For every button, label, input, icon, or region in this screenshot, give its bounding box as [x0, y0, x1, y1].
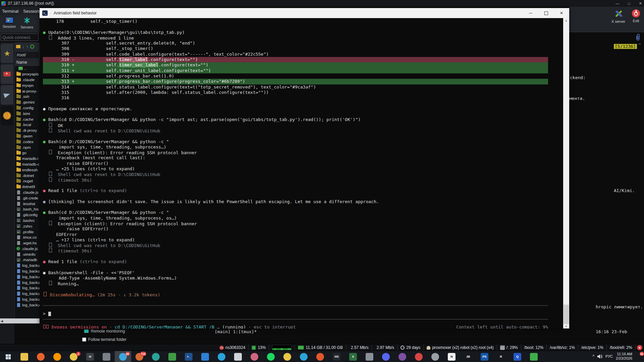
taskbar-autohotkey[interactable]: H — [82, 351, 98, 362]
file-item[interactable]: .cache — [15, 116, 40, 122]
taskbar-anydesk[interactable] — [526, 351, 542, 362]
file-item[interactable]: .local — [15, 122, 40, 128]
file-item[interactable]: .npm — [15, 144, 40, 150]
taskbar-vscode[interactable] — [197, 351, 213, 362]
terminal-scrollbar[interactable]: ∧ ∨ — [563, 18, 569, 328]
mobaxterm-close-button[interactable]: ✕ — [639, 1, 642, 6]
taskbar-file-explorer[interactable] — [16, 351, 33, 362]
taskbar-xshell[interactable]: X — [345, 351, 361, 362]
file-item[interactable]: .. — [15, 66, 40, 71]
file-item[interactable]: log_backu — [15, 291, 40, 297]
tray-chevron-icon[interactable]: ^ — [592, 354, 594, 359]
taskbar-browser-profile[interactable]: 715 — [131, 351, 148, 362]
file-item[interactable]: .gitconfig — [15, 212, 40, 218]
file-item[interactable]: .ssh — [15, 94, 40, 100]
upload-icon[interactable]: ↑ — [26, 44, 29, 49]
file-item[interactable]: .nuget — [15, 178, 40, 184]
taskbar-spotify[interactable] — [263, 351, 279, 362]
file-item[interactable]: .kimi — [15, 111, 40, 116]
notification-icon[interactable]: 32 — [635, 353, 643, 360]
file-item[interactable]: endlessh — [15, 167, 40, 173]
file-item[interactable]: .bash_his — [15, 206, 40, 212]
exit-button[interactable]: Exit — [632, 9, 640, 32]
file-item[interactable]: .qwen — [15, 133, 40, 139]
taskbar-gray-app[interactable] — [98, 351, 115, 362]
file-item[interactable]: .claude.js — [15, 190, 40, 195]
servers-button[interactable]: Servers — [20, 17, 33, 33]
file-item[interactable]: log_backu — [15, 302, 40, 308]
session-button[interactable]: Session — [3, 17, 16, 33]
x-server-button[interactable]: X server — [611, 9, 625, 32]
file-item[interactable]: log_backu — [15, 280, 40, 285]
taskbar-purple-app[interactable] — [394, 351, 411, 362]
file-item[interactable]: .zshrc — [15, 223, 40, 229]
taskbar-pinwheel-app[interactable] — [427, 351, 443, 362]
taskbar-opera[interactable] — [411, 351, 427, 362]
taskbar-chrome[interactable] — [279, 351, 296, 362]
file-item[interactable]: log_backu — [15, 274, 40, 280]
scrollbar-thumb[interactable] — [564, 305, 569, 324]
file-item[interactable]: .git-crede — [15, 195, 40, 201]
file-item[interactable]: proxyapis — [15, 71, 40, 77]
file-item[interactable]: .config — [15, 105, 40, 111]
window-close-button[interactable]: ✕ — [554, 8, 569, 18]
file-item[interactable]: .bashrc — [15, 218, 40, 224]
taskbar-media-app[interactable] — [246, 351, 263, 362]
scroll-down-arrow[interactable]: ∨ — [563, 323, 569, 328]
taskbar-discord[interactable] — [378, 351, 394, 362]
follow-terminal-folder-row[interactable]: Follow terminal folder — [82, 337, 126, 342]
file-item[interactable]: .profile — [15, 229, 40, 235]
download-icon[interactable]: ↓ — [22, 44, 24, 49]
language-indicator[interactable]: РУС — [605, 354, 613, 358]
file-item[interactable]: .claude.js — [15, 246, 40, 252]
current-path[interactable]: /root/ — [15, 51, 40, 59]
file-item[interactable]: log_backu — [15, 285, 40, 291]
file-item[interactable]: myvpn — [15, 82, 40, 88]
tab-favorites[interactable]: ★ — [1, 44, 13, 63]
file-item[interactable]: .claude — [15, 77, 40, 83]
file-item[interactable]: .wget-hs — [15, 240, 40, 246]
start-button[interactable] — [0, 351, 16, 362]
taskbar-hs-app[interactable]: HS — [328, 351, 345, 362]
file-item[interactable]: .dotnet — [15, 173, 40, 178]
file-list-hscrollbar[interactable]: ◀ — [0, 318, 40, 323]
menu-terminal[interactable]: Terminal — [2, 9, 18, 14]
file-item[interactable]: .mariadb — [15, 257, 40, 263]
taskbar-chrome-profile[interactable]: 2 — [65, 351, 82, 362]
menu-sessions[interactable]: Sessions — [23, 9, 41, 14]
remote-monitoring-row[interactable]: Remote monitoring — [84, 329, 125, 334]
tab-network[interactable] — [1, 106, 13, 125]
file-item[interactable]: mariadb-i — [15, 156, 40, 162]
volume-icon[interactable] — [597, 354, 602, 359]
file-item[interactable]: dotnet9 — [15, 184, 40, 190]
taskbar-rust-app[interactable] — [312, 351, 328, 362]
taskbar-terminal-app[interactable]: >_ — [180, 351, 197, 362]
taskbar-qbittorrent[interactable] — [148, 351, 164, 362]
taskbar-green-folder-app[interactable] — [164, 351, 180, 362]
file-item[interactable]: ai-proxy- — [15, 88, 40, 94]
taskbar-brave-browser[interactable] — [33, 351, 49, 362]
window-titlebar[interactable]: >_ · Animation field behavior ✕ — [40, 8, 569, 18]
tab-sftp[interactable] — [1, 85, 13, 105]
prompt-input[interactable]: > — [43, 311, 548, 316]
follow-folder-checkbox[interactable] — [82, 338, 86, 342]
taskbar-sharex[interactable] — [361, 351, 378, 362]
tab-tools[interactable] — [1, 64, 13, 84]
taskbar-notion[interactable]: N — [443, 351, 460, 362]
taskbar-powershell[interactable]: PS — [476, 351, 493, 362]
paperclip-icon[interactable] — [635, 34, 641, 42]
taskbar-notepad-app[interactable] — [230, 351, 246, 362]
taskbar-messenger-app[interactable] — [296, 351, 312, 362]
refresh-icon[interactable] — [30, 45, 34, 49]
taskbar-jetbrains-toolbox[interactable]: JB — [460, 351, 476, 362]
window-minimize-button[interactable] — [523, 8, 538, 18]
mobaxterm-maximize-button[interactable]: □ — [628, 1, 630, 5]
taskbar-telegram[interactable] — [213, 351, 230, 362]
mobaxterm-minimize-button[interactable]: — — [615, 1, 619, 5]
taskbar-rider[interactable]: R — [493, 351, 509, 362]
file-item[interactable]: log_backu — [15, 297, 40, 302]
taskbar-quick-tool[interactable]: Q — [509, 351, 526, 362]
statusbar-close-icon[interactable]: ✕ — [637, 345, 642, 350]
folder-up-icon[interactable] — [16, 45, 20, 48]
file-item[interactable]: .codex — [15, 139, 40, 144]
